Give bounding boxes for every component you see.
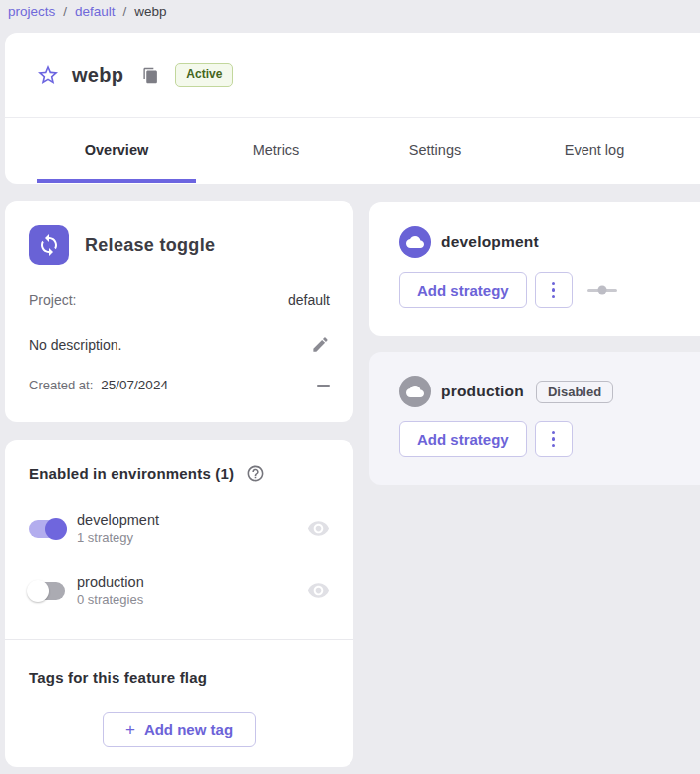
collapse-button[interactable] — [317, 385, 330, 387]
strategy-separator-graphic — [587, 289, 617, 292]
vertical-dots-icon — [552, 288, 556, 292]
copy-name-button[interactable] — [141, 66, 159, 84]
toggle-thumb — [45, 518, 67, 540]
created-at-row: Created at: 25/07/2024 — [29, 378, 330, 392]
environment-card-title: development — [441, 233, 539, 251]
development-toggle[interactable] — [29, 520, 65, 538]
vertical-dots-icon — [552, 295, 556, 299]
environment-name: development — [77, 512, 159, 528]
tab-metrics[interactable]: Metrics — [196, 118, 355, 183]
created-at-value: 25/07/2024 — [101, 378, 168, 392]
plus-icon: + — [125, 721, 135, 738]
favorite-button[interactable] — [36, 63, 60, 87]
feature-type-label: Release toggle — [85, 235, 215, 256]
help-button[interactable] — [246, 464, 265, 483]
production-toggle[interactable] — [29, 582, 65, 600]
production-visibility-button[interactable] — [307, 579, 330, 602]
project-label: Project: — [29, 292, 76, 308]
disabled-badge: Disabled — [536, 381, 613, 403]
add-strategy-button[interactable]: Add strategy — [399, 421, 527, 457]
environment-card-title: production — [441, 383, 524, 400]
breadcrumb-current: webp — [134, 4, 166, 19]
add-new-tag-label: Add new tag — [144, 721, 233, 738]
status-badge: Active — [175, 63, 233, 86]
add-strategy-button[interactable]: Add strategy — [399, 272, 527, 308]
minus-icon — [317, 385, 330, 387]
cloud-icon — [406, 233, 424, 251]
breadcrumb-separator: / — [123, 4, 127, 19]
tab-event-log[interactable]: Event log — [515, 118, 674, 183]
release-toggle-icon-box — [29, 225, 69, 265]
more-options-button[interactable] — [535, 272, 573, 308]
environment-card-development: development Add strategy — [369, 202, 700, 336]
tab-label: Settings — [409, 142, 461, 158]
environment-name: production — [77, 574, 144, 590]
star-outline-icon — [36, 63, 60, 87]
active-tab-indicator — [37, 179, 196, 183]
feature-title-row: webp Active — [5, 33, 700, 118]
cloud-icon — [406, 383, 424, 400]
edit-description-button[interactable] — [311, 335, 330, 354]
environment-row-production: production 0 strategies — [5, 574, 353, 607]
environment-strategy-count: 1 strategy — [77, 530, 159, 545]
tags-title: Tags for this feature flag — [5, 669, 353, 686]
tab-label: Overview — [85, 142, 149, 158]
development-avatar — [399, 226, 431, 258]
vertical-dots-icon — [552, 431, 556, 435]
copy-icon — [142, 67, 159, 84]
description-row: No description. — [29, 335, 330, 354]
breadcrumb-link-projects[interactable]: projects — [8, 4, 55, 19]
environment-row-development: development 1 strategy — [5, 512, 353, 545]
panel-divider — [5, 639, 353, 640]
project-row: Project: default — [29, 292, 330, 308]
created-at-label: Created at: — [29, 378, 93, 392]
feature-header-card: webp Active Overview Metrics Settings Ev… — [5, 33, 700, 184]
eye-icon — [307, 579, 330, 602]
eye-icon — [307, 517, 330, 540]
tab-label: Metrics — [253, 142, 300, 158]
toggle-thumb — [27, 580, 49, 602]
tab-overview[interactable]: Overview — [37, 118, 196, 183]
more-options-button[interactable] — [535, 421, 573, 457]
feature-meta-card: Release toggle Project: default No descr… — [5, 201, 353, 422]
tab-label: Event log — [565, 142, 624, 158]
production-avatar — [399, 376, 431, 407]
project-value: default — [288, 292, 330, 308]
breadcrumb: projects / default / webp — [8, 1, 167, 21]
feature-tabs: Overview Metrics Settings Event log — [5, 118, 700, 183]
environment-strategy-count: 0 strategies — [77, 592, 144, 607]
pencil-icon — [311, 335, 330, 354]
enabled-environments-title: Enabled in environments (1) — [29, 465, 234, 482]
vertical-dots-icon — [552, 444, 556, 448]
environment-card-production: production Disabled Add strategy — [369, 352, 700, 485]
tab-settings[interactable]: Settings — [355, 118, 515, 183]
breadcrumb-separator: / — [63, 4, 67, 19]
page-title: webp — [72, 64, 123, 87]
help-circle-icon — [246, 464, 265, 483]
development-visibility-button[interactable] — [307, 517, 330, 540]
add-new-tag-button[interactable]: + Add new tag — [103, 712, 256, 747]
breadcrumb-link-default[interactable]: default — [75, 4, 116, 19]
vertical-dots-icon — [552, 282, 556, 286]
vertical-dots-icon — [552, 437, 556, 441]
description-text: No description. — [29, 337, 121, 353]
release-loop-icon — [37, 233, 61, 257]
feature-side-panel: Enabled in environments (1) development … — [5, 440, 353, 767]
